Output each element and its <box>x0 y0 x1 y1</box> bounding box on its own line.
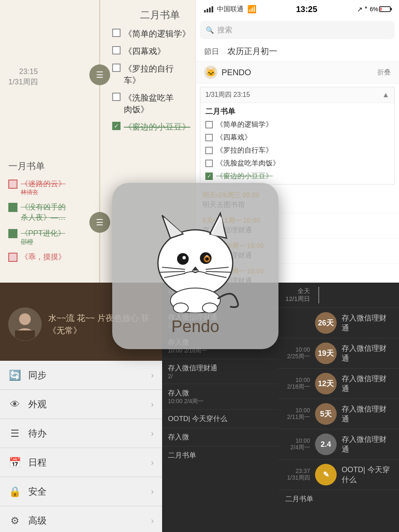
settings-label-advanced: 高级 <box>28 515 144 527</box>
settings-item-appearance[interactable]: 👁 外观 › <box>0 390 162 419</box>
pendo-name: PENDO <box>222 68 373 77</box>
mid-item-meta: 10:00 2/4周一 <box>168 398 273 405</box>
settings-label-appearance: 外观 <box>28 398 144 411</box>
pendo-header[interactable]: 🐱 PENDO 折叠 <box>196 62 399 84</box>
item-meta-5: 10:00 2/4周一 <box>285 437 310 451</box>
jan-checkbox-4[interactable] <box>8 253 17 262</box>
checkbox-3[interactable] <box>112 64 121 72</box>
popup-checkbox-5[interactable]: ✓ <box>205 172 213 180</box>
battery-body <box>379 6 391 12</box>
item-meta-3: 10:00 2/18周一 <box>285 377 310 391</box>
svg-point-24 <box>173 303 188 313</box>
list-item: 《PPT进化》 邵橙 <box>8 228 100 246</box>
list-item: 《罗拉的自行车》 <box>112 63 208 86</box>
checkbox-2[interactable] <box>112 46 121 54</box>
settings-label-sync: 同步 <box>28 369 144 382</box>
wifi-icon: 📶 <box>247 5 256 14</box>
timeline-item-1: 26天 存入微信理财通 <box>278 308 399 338</box>
timeline-item-2: 10:00 2/25周一 19天 存入微信理财通 <box>278 338 399 369</box>
cat-icon <box>137 197 254 313</box>
checkbox-5[interactable]: ✓ <box>112 122 121 130</box>
note-book-list: 《简单的逻辑学》 《四幕戏》 《罗拉的自行车》 《洗脸盆吃羊肉饭》 ✓ 《窗边的… <box>205 120 389 181</box>
popup-checkbox-3[interactable] <box>205 147 213 154</box>
sync-icon: 🔄 <box>8 369 22 382</box>
popup-checkbox-2[interactable] <box>205 134 213 141</box>
timeline-text-4: 存入微信理财通 <box>342 404 392 424</box>
list-item: 《罗拉的自行车》 <box>205 145 389 155</box>
feb-book-section: 二月书单 《简单的逻辑学》 《四幕戏》 《罗拉的自行车》 《洗脸盆吃羊肉饭》 ✓… <box>108 0 208 143</box>
timeline-item-6: 23:37 1/31周四 ✎ OOTD| 今天穿什么 <box>278 460 399 490</box>
bar2 <box>207 9 208 12</box>
svg-rect-3 <box>15 330 35 341</box>
timeline-node-2[interactable]: ☰ <box>89 212 110 233</box>
timeline-badge-3: 12天 <box>315 373 337 394</box>
jan-book-title-3: 《PPT进化》 <box>21 228 65 238</box>
svg-point-5 <box>158 230 233 296</box>
list-item: ✓ 《窗边的小豆豆》 <box>112 121 208 133</box>
location-icon: ↗ <box>357 5 362 13</box>
search-placeholder: 搜索 <box>217 25 232 35</box>
jan-checkbox-1[interactable] <box>8 180 17 189</box>
gear-icon: ⚙ <box>8 514 22 527</box>
book-title-3: 《罗拉的自行车》 <box>124 63 174 86</box>
jan-book-title-2: 《没有凶手的杀人夜》—… <box>21 202 66 222</box>
jan-checkbox-2[interactable] <box>8 203 17 212</box>
item-time-4: 10:00 <box>285 407 310 414</box>
timeline-bottom-label: 二月书单 <box>278 490 399 508</box>
checkbox-4[interactable] <box>112 93 121 101</box>
mid-item-text: OOTD| 今天穿什么 <box>168 414 273 424</box>
note-content: 二月书单 《简单的逻辑学》 《四幕戏》 《罗拉的自行车》 《洗脸盆吃羊肉饭》 <box>200 103 394 184</box>
search-bar[interactable]: 🔍 搜索 <box>200 21 395 39</box>
bar3 <box>209 7 211 12</box>
collapse-icon[interactable]: ▲ <box>382 91 389 99</box>
svg-point-15 <box>205 257 209 261</box>
svg-point-1 <box>19 313 31 325</box>
chevron-right-icon-appearance: › <box>151 399 154 409</box>
timeline-node-1[interactable]: ☰ <box>89 64 110 85</box>
allday-meta: 全天 12/1周日 <box>285 287 310 303</box>
mid-item: 存入微 <box>162 428 278 446</box>
avatar <box>8 308 42 341</box>
item-time-6: 23:37 <box>285 468 310 474</box>
popup-book-1: 《简单的逻辑学》 <box>216 120 273 129</box>
note-datetime: 1/31周四 23:15 <box>205 91 250 99</box>
settings-item-advanced[interactable]: ⚙ 高级 › <box>0 506 162 532</box>
chevron-right-icon-todo: › <box>151 429 154 438</box>
settings-item-sync[interactable]: 🔄 同步 › <box>0 361 162 390</box>
mid-item: 存入微 10:00 2/4周一 <box>162 384 278 410</box>
popup-checkbox-4[interactable] <box>205 160 213 167</box>
list-item: 《洗脸盆吃羊肉饭》 <box>205 158 389 168</box>
mid-item-text: 二月书单 <box>168 451 273 460</box>
item-time-2: 10:00 <box>285 346 310 353</box>
carrier-label: 中国联通 <box>217 5 244 14</box>
status-left: 中国联通 📶 <box>204 5 256 14</box>
app-icon-overlay[interactable]: Pendo <box>112 183 278 349</box>
settings-item-todo[interactable]: ☰ 待办 › <box>0 419 162 448</box>
festival-label: 節日 <box>204 47 219 57</box>
list-icon-2: ☰ <box>96 217 103 227</box>
time-label: 23:15 <box>8 66 38 77</box>
fold-button[interactable]: 折叠 <box>377 68 391 77</box>
settings-item-schedule[interactable]: 📅 日程 › <box>0 448 162 477</box>
svg-point-10 <box>177 253 189 265</box>
item-meta-6: 23:37 1/31周四 <box>285 468 310 482</box>
status-right: ↗ * 6% <box>357 5 391 13</box>
checkbox-1[interactable] <box>112 29 121 37</box>
clock: 13:25 <box>296 5 317 14</box>
note-title: 二月书单 <box>205 106 389 116</box>
settings-item-security[interactable]: 🔒 安全 › <box>0 477 162 506</box>
settings-menu: 🔄 同步 › 👁 外观 › ☰ 待办 › 📅 日程 › 🔒 安全 › ⚙ 高级 … <box>0 361 162 532</box>
list-item: 《四幕戏》 <box>112 45 208 57</box>
note-popup: 1/31周四 23:15 ▲ 二月书单 《简单的逻辑学》 《四幕戏》 《罗拉的自… <box>200 87 395 185</box>
jan-book-author-1: 林清玄 <box>21 189 66 196</box>
mid-item-text: 存入微 <box>168 388 273 398</box>
item-date-6: 1/31周四 <box>285 474 310 482</box>
lock-icon: 🔒 <box>8 485 22 498</box>
jan-checkbox-3[interactable] <box>8 229 17 238</box>
festival-value: 农历正月初一 <box>227 46 277 57</box>
chevron-right-icon-advanced: › <box>151 516 154 525</box>
jan-book-section: 《迷路的云》 林清玄 《没有凶手的杀人夜》—… 《PPT进化》 邵橙 《乖，摸摸… <box>0 162 100 272</box>
book-title-1: 《简单的逻辑学》 <box>124 28 190 39</box>
list-item: 《简单的逻辑学》 <box>205 120 389 129</box>
popup-checkbox-1[interactable] <box>205 121 213 128</box>
